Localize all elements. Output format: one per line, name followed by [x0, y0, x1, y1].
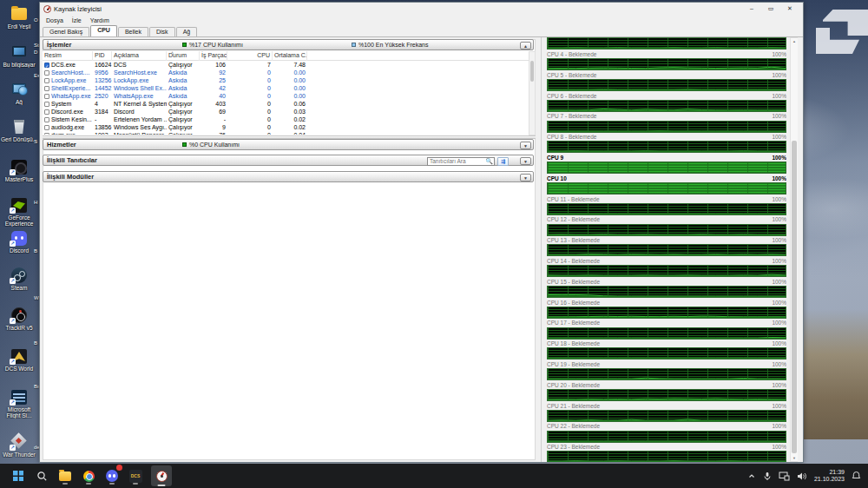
desktop-icon-tir[interactable]: ↗TrackIR v5	[0, 307, 38, 331]
menu-item-yardım[interactable]: Yardım	[86, 17, 114, 23]
desktop-icon-dc[interactable]: ↗Discord	[0, 229, 38, 254]
search-icon[interactable]: 🔍	[485, 158, 493, 165]
process-checkbox[interactable]	[44, 117, 49, 122]
expand-handles-button[interactable]: ▼	[520, 157, 531, 165]
desktop-icon-gf[interactable]: ↗GeForce Experience	[0, 196, 38, 227]
process-row-dwmexe[interactable]: dwm.exe1092Masaüstü Pencere...Çalışıyor7…	[43, 131, 529, 135]
processes-header-bar[interactable]: İşlemler %17 CPU Kullanımı %100 En Yükse…	[43, 39, 534, 50]
cpu-chart-label: CPU 4 - Beklemede100%	[547, 50, 786, 58]
tabbar: Genel BakışCPUBellekDiskAğ	[40, 25, 803, 37]
close-button[interactable]: ✕	[780, 3, 799, 14]
speaker-icon[interactable]	[797, 472, 807, 481]
cpu-panel-scrollbar[interactable]: ▲ ▼	[790, 37, 798, 462]
notification-bell-icon[interactable]	[852, 471, 861, 481]
cpu-chart-column: CPU 4 - Beklemede100%CPU 5 - Beklemede10…	[547, 37, 786, 462]
column-header-7[interactable]: Ortalama C...	[273, 51, 307, 61]
tray-chevron-up-icon[interactable]	[747, 472, 756, 480]
handles-header-bar[interactable]: İlişkili Tanıtıcılar 🔍 ⇶ ▼	[43, 155, 534, 166]
column-header-6[interactable]: CPU	[227, 51, 273, 61]
process-row-sistemkesin[interactable]: Sistem Kesin...-Ertelenen Yordam ...Çalı…	[43, 115, 529, 123]
search-button[interactable]	[34, 466, 49, 485]
desktop-icon-label: Steam	[0, 285, 38, 291]
expand-modules-button[interactable]: ▼	[520, 174, 531, 181]
scroll-down-icon[interactable]: ▼	[791, 456, 798, 460]
folder-icon	[11, 8, 27, 20]
desktop-icon-st[interactable]: ↗Steam	[0, 267, 38, 291]
tab-cpu[interactable]: CPU	[90, 25, 117, 36]
cpu-usage-chart-cpu14beklemede	[547, 265, 786, 277]
clock[interactable]: 21:39 21.10.2023	[814, 469, 845, 484]
process-row-discordexe[interactable]: Discord.exe3184DiscordÇalışıyor6900.03	[43, 108, 529, 115]
windows-logo-icon	[13, 471, 23, 481]
dcs-button[interactable]: DCS	[128, 466, 143, 485]
process-checkbox[interactable]	[44, 133, 49, 135]
process-row-searchhost[interactable]: SearchHost....9956SearchHost.exeAskıda92…	[43, 69, 529, 76]
chrome-button[interactable]	[81, 466, 96, 485]
process-checkbox[interactable]	[44, 86, 49, 91]
tab-disk[interactable]: Disk	[149, 27, 175, 36]
menu-item-dosya[interactable]: Dosya	[42, 17, 68, 23]
column-header-1[interactable]: Resim	[43, 51, 93, 61]
process-list-scrollbar[interactable]	[529, 51, 536, 135]
microphone-icon[interactable]	[763, 472, 772, 481]
shortcut-arrow-icon: ↗	[10, 318, 16, 324]
process-checkbox[interactable]	[44, 78, 49, 83]
services-cpu-legend: %0 CPU Kullanımı	[182, 142, 240, 148]
process-table: ˄ ResimPIDAçıklamaDurumİş ParçacığıCPUOr…	[43, 51, 529, 135]
display-cast-icon[interactable]	[779, 472, 790, 481]
maximize-button[interactable]: ▭	[761, 3, 780, 14]
shortcut-arrow-icon: ↗	[10, 399, 16, 406]
scrollbar-thumb[interactable]	[530, 61, 534, 82]
desktop-icon-wt[interactable]: ↗War Thunder	[0, 433, 38, 458]
green-led-icon	[182, 43, 187, 47]
desktop-icon-bin[interactable]: Geri Dönüşü...	[0, 118, 38, 142]
process-checkbox[interactable]	[44, 94, 49, 99]
handle-search-input[interactable]	[428, 158, 485, 165]
process-checkbox[interactable]	[44, 125, 49, 130]
menu-item-i̇zle[interactable]: İzle	[68, 17, 86, 23]
services-header-bar[interactable]: Hizmetler %0 CPU Kullanımı ▼	[43, 139, 534, 150]
process-checkbox[interactable]	[44, 102, 49, 107]
shortcut-arrow-icon: ↗	[10, 359, 16, 365]
column-header-2[interactable]: PID	[93, 51, 112, 61]
start-button[interactable]	[10, 466, 26, 485]
process-checkbox[interactable]	[44, 63, 49, 68]
process-row-lockappexe[interactable]: LockApp.exe13256LockApp.exeAskıda2500.00	[43, 76, 529, 84]
modules-header-bar[interactable]: İlişkili Modüller ▼	[43, 171, 534, 182]
desktop-icon-label: GeForce Experience	[0, 214, 38, 227]
search-filter-icon[interactable]: ⇶	[497, 157, 509, 166]
desktop-icon-label: Bu bilgisayar	[0, 62, 38, 68]
process-checkbox[interactable]	[44, 70, 49, 76]
process-row-audiodgexe[interactable]: audiodg.exe13856Windows Ses Aygı...Çalış…	[43, 123, 529, 131]
column-header-5[interactable]: İş Parçacığı	[200, 51, 227, 61]
scroll-up-icon[interactable]: ▲	[791, 39, 798, 43]
cpu-usage-chart-cpu10	[547, 182, 786, 195]
tab-genel-bakış[interactable]: Genel Bakış	[43, 27, 89, 36]
desktop-icon-mp[interactable]: ↗MasterPlus	[0, 158, 38, 182]
titlebar[interactable]: Kaynak İzleyicisi – ▭ ✕	[40, 3, 803, 15]
resource-monitor-button[interactable]	[151, 465, 172, 486]
process-row-dcsexe[interactable]: DCS.exe16624DCSÇalışıyor10677.48	[43, 61, 529, 69]
column-header-3[interactable]: Açıklama	[112, 51, 167, 61]
minimize-button[interactable]: –	[742, 3, 761, 14]
tab-ağ[interactable]: Ağ	[176, 27, 198, 36]
file-explorer-button[interactable]	[57, 466, 73, 485]
tab-bellek[interactable]: Bellek	[118, 27, 148, 36]
expand-services-button[interactable]: ▼	[520, 142, 531, 149]
desktop-icon-dcs[interactable]: ↗DCS World	[0, 347, 38, 372]
scrollbar-thumb[interactable]	[792, 141, 797, 453]
discord-button[interactable]	[104, 466, 120, 485]
collapse-processes-button[interactable]: ▲	[520, 42, 531, 49]
process-checkbox[interactable]	[44, 109, 49, 115]
cpu-chart-label: CPU 20 - Beklemede100%	[547, 381, 786, 389]
process-row-whatsappexe[interactable]: WhatsApp.exe2520WhatsApp.exeAskıda4000.0…	[43, 92, 529, 100]
cpu-usage-chart-cpu5beklemede	[547, 79, 786, 91]
process-row-shellexperie[interactable]: ShellExperie...14452Windows Shell Ex...A…	[43, 84, 529, 92]
desktop-icon-net[interactable]: Ağ	[0, 81, 38, 105]
dcs-icon: DCS	[129, 470, 142, 483]
desktop-icon-fs[interactable]: ↗Microsoft Flight Si...	[0, 388, 38, 419]
desktop-icon-pc[interactable]: Bu bilgisayar	[0, 43, 38, 68]
folder-icon	[59, 472, 71, 481]
process-row-system[interactable]: System4NT Kernel & SystemÇalışıyor40300.…	[43, 100, 529, 108]
desktop-icon-folder[interactable]: Erdi Yeşil	[0, 5, 38, 30]
